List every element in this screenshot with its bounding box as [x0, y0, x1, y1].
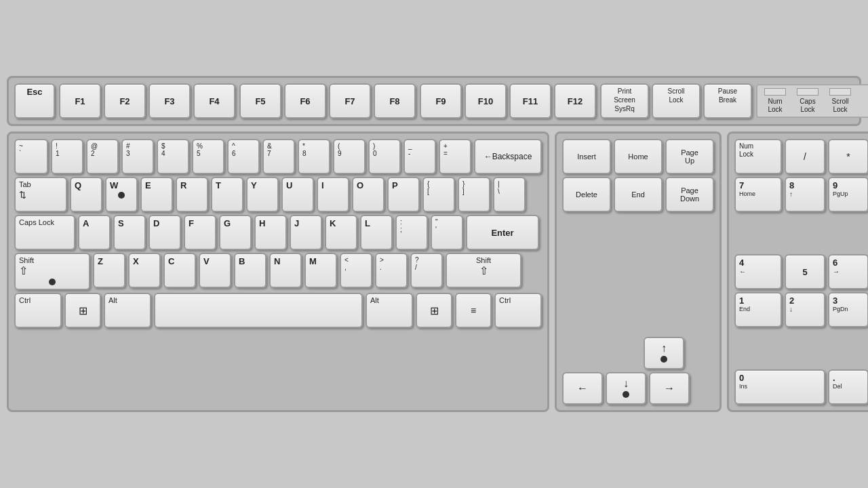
key-q[interactable]: Q — [70, 177, 102, 212]
key-f[interactable]: F — [184, 215, 216, 250]
key-num-3[interactable]: 3 PgDn — [828, 292, 868, 327]
key-end[interactable]: End — [614, 177, 663, 212]
key-quote[interactable]: " ' — [431, 215, 463, 250]
key-alt-left[interactable]: Alt — [104, 293, 151, 328]
key-page-down[interactable]: PageDown — [665, 177, 714, 212]
key-num-slash[interactable]: / — [785, 139, 825, 174]
key-y[interactable]: Y — [246, 177, 279, 212]
key-7[interactable]: & 7 — [262, 139, 295, 174]
key-esc[interactable]: Esc — [14, 83, 55, 119]
key-f3[interactable]: F3 — [149, 83, 191, 119]
key-f7[interactable]: F7 — [329, 83, 371, 119]
key-t[interactable]: T — [211, 177, 243, 212]
key-tab[interactable]: Tab ⇅ — [14, 177, 67, 212]
key-print-screen[interactable]: PrintScreenSysRq — [600, 83, 649, 119]
key-bracket-l[interactable]: { [ — [422, 177, 455, 212]
key-page-up[interactable]: PageUp — [665, 139, 714, 174]
key-shift-left[interactable]: Shift ⇧ — [14, 253, 90, 290]
key-enter[interactable]: Enter — [466, 215, 539, 250]
key-backspace[interactable]: ←Backspace — [474, 139, 542, 174]
key-minus[interactable]: _ - — [403, 139, 436, 174]
key-win-right[interactable]: ⊞ — [416, 293, 452, 328]
key-5[interactable]: % 5 — [192, 139, 224, 174]
key-f9[interactable]: F9 — [420, 83, 462, 119]
key-arrow-right[interactable]: → — [649, 372, 690, 405]
key-arrow-left[interactable]: ← — [562, 372, 603, 405]
key-bracket-r[interactable]: } ] — [458, 177, 490, 212]
key-num-6[interactable]: 6 → — [828, 254, 868, 289]
key-3[interactable]: # 3 — [121, 139, 154, 174]
key-j[interactable]: J — [290, 215, 322, 250]
key-num-8[interactable]: 8 ↑ — [785, 177, 825, 212]
key-pause-break[interactable]: PauseBreak — [703, 83, 752, 119]
key-4[interactable]: $ 4 — [157, 139, 189, 174]
key-o[interactable]: O — [352, 177, 384, 212]
key-f5[interactable]: F5 — [239, 83, 281, 119]
key-f10[interactable]: F10 — [465, 83, 507, 119]
key-0[interactable]: ) 0 — [368, 139, 401, 174]
key-num-del[interactable]: . Del — [828, 369, 868, 405]
key-v[interactable]: V — [199, 253, 231, 288]
key-s[interactable]: S — [113, 215, 146, 250]
key-shift-right[interactable]: Shift ⇧ — [446, 253, 521, 288]
key-n[interactable]: N — [269, 253, 302, 288]
key-e[interactable]: E — [140, 177, 173, 212]
key-f4[interactable]: F4 — [193, 83, 235, 119]
key-z[interactable]: Z — [93, 253, 125, 288]
key-menu[interactable]: ≡ — [455, 293, 492, 328]
key-b[interactable]: B — [234, 253, 267, 288]
key-f6[interactable]: F6 — [284, 83, 326, 119]
key-home[interactable]: Home — [614, 139, 663, 174]
key-insert[interactable]: Insert — [562, 139, 611, 174]
key-num-4[interactable]: 4 ← — [734, 254, 782, 289]
key-f2[interactable]: F2 — [104, 83, 146, 119]
key-9[interactable]: ( 9 — [333, 139, 366, 174]
key-delete[interactable]: Delete — [562, 177, 611, 212]
key-backslash[interactable]: | \ — [493, 177, 526, 212]
key-ctrl-left[interactable]: Ctrl — [14, 293, 62, 328]
key-x[interactable]: X — [128, 253, 161, 288]
key-win-left[interactable]: ⊞ — [64, 293, 101, 328]
key-p[interactable]: P — [387, 177, 420, 212]
key-c[interactable]: C — [163, 253, 196, 288]
key-scroll-lock[interactable]: ScrollLock — [652, 83, 701, 119]
key-caps-lock[interactable]: Caps Lock — [14, 215, 75, 250]
key-period[interactable]: > . — [375, 253, 408, 288]
key-6[interactable]: ^ 6 — [227, 139, 260, 174]
key-ctrl-right[interactable]: Ctrl — [494, 293, 542, 328]
key-m[interactable]: M — [304, 253, 337, 288]
key-arrow-down[interactable]: ↓ — [606, 372, 646, 405]
key-slash[interactable]: ? / — [410, 253, 443, 288]
key-num-9[interactable]: 9 PgUp — [828, 177, 868, 212]
key-k[interactable]: K — [325, 215, 357, 250]
key-f8[interactable]: F8 — [374, 83, 416, 119]
key-alt-right[interactable]: Alt — [366, 293, 413, 328]
key-num-1[interactable]: 1 End — [734, 292, 782, 327]
key-f11[interactable]: F11 — [509, 83, 551, 119]
key-w[interactable]: W — [105, 177, 138, 212]
key-d[interactable]: D — [149, 215, 181, 250]
key-space[interactable] — [154, 293, 363, 328]
key-num-7[interactable]: 7 Home — [734, 177, 782, 212]
key-equals[interactable]: + = — [439, 139, 471, 174]
key-comma[interactable]: < , — [340, 253, 372, 288]
key-numlock[interactable]: NumLock — [734, 139, 782, 174]
key-r[interactable]: R — [176, 177, 208, 212]
key-f1[interactable]: F1 — [59, 83, 101, 119]
key-num-5[interactable]: 5 — [785, 254, 825, 289]
key-i[interactable]: I — [317, 177, 349, 212]
key-l[interactable]: L — [360, 215, 393, 250]
key-g[interactable]: G — [219, 215, 252, 250]
key-tilde[interactable]: ~ ` — [14, 139, 48, 174]
key-f12[interactable]: F12 — [554, 83, 596, 119]
key-a[interactable]: A — [78, 215, 111, 250]
key-num-0[interactable]: 0 Ins — [734, 369, 825, 405]
key-semicolon[interactable]: : ; — [395, 215, 428, 250]
key-num-asterisk[interactable]: * — [828, 139, 868, 174]
key-h[interactable]: H — [254, 215, 287, 250]
key-num-2[interactable]: 2 ↓ — [785, 292, 825, 327]
key-1[interactable]: ! 1 — [51, 139, 83, 174]
key-2[interactable]: @ 2 — [86, 139, 119, 174]
key-u[interactable]: U — [281, 177, 314, 212]
key-8[interactable]: * 8 — [298, 139, 330, 174]
